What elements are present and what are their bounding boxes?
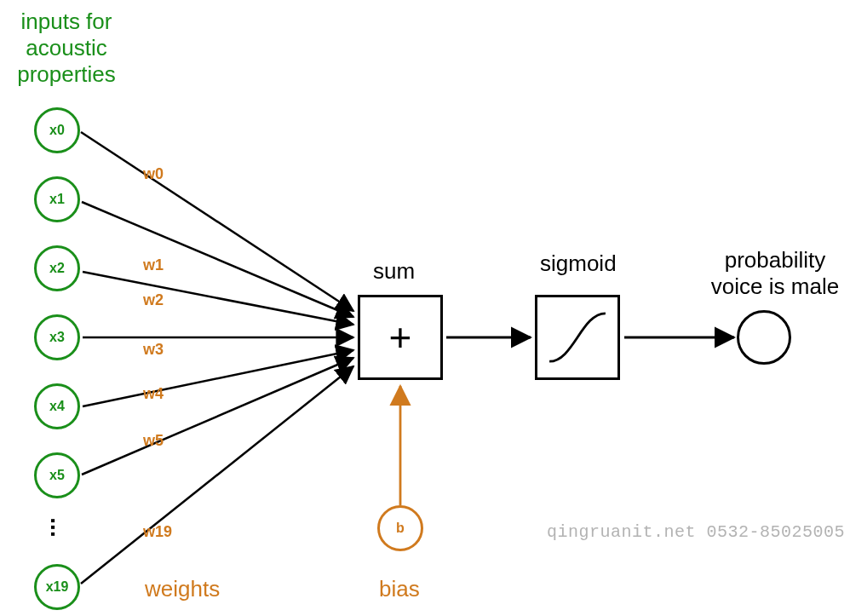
- input-node-x5: x5: [34, 452, 80, 498]
- weight-label-w1: w1: [143, 256, 164, 274]
- input-node-x0: x0: [34, 107, 80, 153]
- svg-line-4: [83, 350, 353, 406]
- svg-line-5: [82, 358, 353, 475]
- sigmoid-label: sigmoid: [540, 250, 617, 277]
- input-node-x3: x3: [34, 314, 80, 360]
- inputs-title: inputs foracousticproperties: [7, 9, 126, 89]
- input-node-x19: x19: [34, 564, 80, 610]
- input-node-label: x3: [49, 330, 65, 345]
- output-label: probabilityvoice is male: [698, 247, 850, 300]
- weight-label-w5: w5: [143, 432, 164, 450]
- sigmoid-curve-icon: [537, 297, 617, 377]
- sum-label: sum: [373, 258, 415, 285]
- svg-line-2: [83, 272, 353, 325]
- sum-symbol: +: [389, 314, 412, 360]
- input-node-x1: x1: [34, 176, 80, 222]
- input-node-label: x19: [46, 579, 69, 595]
- input-node-label: x0: [49, 123, 65, 138]
- weight-label-w19: w19: [143, 523, 172, 541]
- output-node: [737, 310, 791, 365]
- input-node-label: x1: [49, 192, 65, 207]
- input-node-x2: x2: [34, 245, 80, 291]
- input-node-label: x5: [49, 468, 65, 483]
- weight-label-w4: w4: [143, 385, 164, 403]
- sum-box: +: [358, 295, 443, 380]
- sigmoid-box: [535, 295, 620, 380]
- weight-label-w3: w3: [143, 341, 164, 359]
- bias-symbol: b: [396, 521, 405, 536]
- input-node-label: x4: [49, 399, 65, 414]
- bias-word: bias: [379, 576, 420, 602]
- svg-line-0: [81, 132, 353, 311]
- input-node-x4: x4: [34, 383, 80, 429]
- svg-line-1: [82, 202, 353, 317]
- bias-node: b: [377, 505, 423, 551]
- svg-line-6: [81, 366, 353, 584]
- ellipsis: ...: [45, 517, 72, 537]
- weight-label-w2: w2: [143, 291, 164, 309]
- weights-word: weights: [145, 576, 220, 602]
- weight-label-w0: w0: [143, 165, 164, 183]
- watermark: qingruanit.net 0532-85025005: [547, 522, 845, 542]
- input-node-label: x2: [49, 261, 65, 276]
